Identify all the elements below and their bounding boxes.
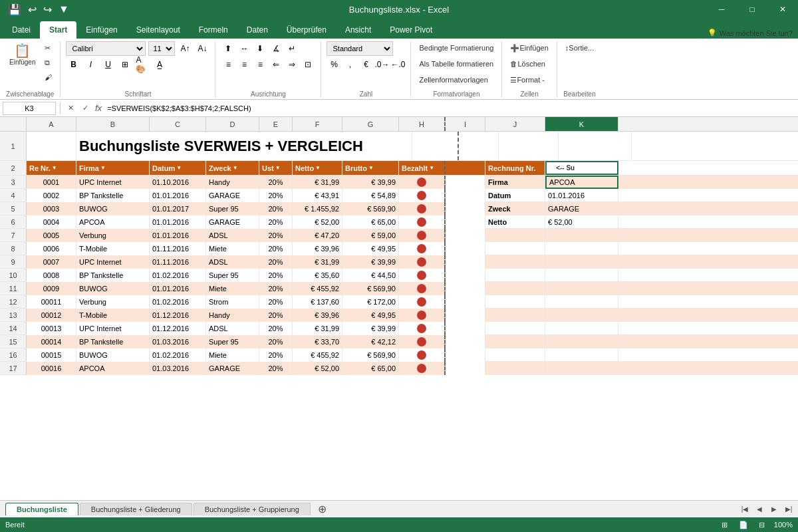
cell-h16[interactable] (399, 348, 446, 362)
currency-button[interactable]: € (358, 57, 373, 72)
cell-c11[interactable]: 01.01.2016 (150, 282, 206, 295)
cell-b17[interactable]: APCOA (76, 362, 150, 375)
cell-a14[interactable]: 00013 (27, 322, 76, 335)
align-center-button[interactable]: ≡ (237, 57, 251, 72)
einfuegen-zellen-button[interactable]: ➕ Einfügen (507, 41, 551, 55)
rp-value-datum[interactable]: 01.01.2016 (545, 189, 618, 202)
align-left-button[interactable]: ≡ (221, 57, 235, 72)
cell-f4[interactable]: € 43,91 (293, 189, 342, 202)
loeschen-button[interactable]: 🗑 Löschen (507, 57, 548, 70)
cell-j2[interactable]: Rechnung Nr. (485, 161, 545, 175)
tab-seitenlayout[interactable]: Seitenlayout (127, 21, 190, 39)
cell-b16[interactable]: BUWOG (76, 348, 150, 362)
cancel-formula-button[interactable]: ✕ (65, 102, 76, 114)
align-right-button[interactable]: ≡ (253, 57, 267, 72)
cell-g4[interactable]: € 54,89 (342, 189, 399, 202)
redo-icon[interactable]: ↪ (41, 2, 55, 17)
cell-d15[interactable]: Super 95 (206, 335, 259, 348)
cell-a6[interactable]: 0004 (27, 215, 76, 229)
cell-b6[interactable]: APCOA (76, 215, 150, 229)
cell-h6[interactable] (399, 215, 446, 229)
filter-arrow-c[interactable]: ▼ (176, 165, 182, 171)
col-header-g[interactable]: G (342, 117, 399, 131)
window-controls[interactable]: ─ □ ✕ (706, 0, 798, 19)
rp-value-netto[interactable]: € 52,00 (545, 215, 618, 229)
tab-nav-last[interactable]: ▶| (782, 503, 795, 516)
cell-e10[interactable]: 20% (259, 269, 293, 282)
cell-f15[interactable]: € 33,70 (293, 335, 342, 348)
cell-b3[interactable]: UPC Internet (76, 176, 150, 189)
cell-b14[interactable]: UPC Internet (76, 322, 150, 335)
col-header-k[interactable]: K (545, 117, 618, 131)
minimize-button[interactable]: ─ (706, 0, 737, 19)
sheet-tab-gliederung[interactable]: Buchungsliste + Gliederung (80, 503, 192, 515)
format-painter-button[interactable]: 🖌 (42, 70, 55, 84)
cell-f13[interactable]: € 39,96 (293, 309, 342, 322)
cell-c14[interactable]: 01.12.2016 (150, 322, 206, 335)
cell-f3[interactable]: € 31,99 (293, 176, 342, 189)
einfuegen-button[interactable]: 📋 Einfügen (5, 41, 39, 68)
cell-b9[interactable]: UPC Internet (76, 255, 150, 269)
cell-d3[interactable]: Handy (206, 176, 259, 189)
cell-c17[interactable]: 01.03.2016 (150, 362, 206, 375)
cell-d5[interactable]: Super 95 (206, 202, 259, 215)
decrease-decimal-button[interactable]: ←.0 (390, 57, 405, 72)
formula-input[interactable] (107, 102, 795, 115)
border-button[interactable]: ⊞ (118, 57, 132, 72)
filter-arrow-b[interactable]: ▼ (100, 165, 106, 171)
cell-b2[interactable]: Firma ▼ (76, 161, 150, 175)
cell-g5[interactable]: € 569,90 (342, 202, 399, 215)
cell-f5[interactable]: € 1.455,92 (293, 202, 342, 215)
cell-g8[interactable]: € 49,95 (342, 242, 399, 255)
tab-ansicht[interactable]: Ansicht (336, 21, 380, 39)
close-button[interactable]: ✕ (767, 0, 798, 19)
cell-d14[interactable]: ADSL (206, 322, 259, 335)
zellenformatvorlagen-button[interactable]: Zellenformatvorlagen (416, 73, 490, 86)
cell-i1[interactable] (459, 132, 499, 160)
col-header-f[interactable]: F (293, 117, 342, 131)
cell-g11[interactable]: € 569,90 (342, 282, 399, 295)
col-header-i[interactable]: I (446, 117, 485, 131)
filter-arrow-h[interactable]: ▼ (429, 165, 434, 171)
tab-ueberprufen[interactable]: Überprüfen (277, 21, 336, 39)
tab-datei[interactable]: Datei (3, 21, 40, 39)
cell-a10[interactable]: 0008 (27, 269, 76, 282)
cell-k1[interactable] (559, 132, 632, 160)
cell-h10[interactable] (399, 269, 446, 282)
cell-h5[interactable] (399, 202, 446, 215)
cell-i2[interactable] (446, 161, 485, 175)
cell-d13[interactable]: Handy (206, 309, 259, 322)
tab-formeln[interactable]: Formeln (190, 21, 237, 39)
increase-decimal-button[interactable]: .0→ (374, 57, 389, 72)
text-angle-button[interactable]: ∡ (269, 41, 283, 56)
cell-a1[interactable] (27, 132, 76, 160)
cell-title[interactable]: Buchungsliste SVERWEIS + VERGLEICH (76, 132, 412, 160)
window-quick-access[interactable]: 💾 ↩ ↪ ▼ (5, 0, 72, 19)
comma-button[interactable]: , (342, 57, 357, 72)
cell-a9[interactable]: 0007 (27, 255, 76, 269)
cell-e4[interactable]: 20% (259, 189, 293, 202)
cell-a4[interactable]: 0002 (27, 189, 76, 202)
cell-d8[interactable]: Miete (206, 242, 259, 255)
col-header-c[interactable]: C (150, 117, 206, 131)
sheet-tab-buchungsliste[interactable]: Buchungsliste (5, 503, 78, 515)
cell-b4[interactable]: BP Tankstelle (76, 189, 150, 202)
undo-icon[interactable]: ↩ (25, 2, 39, 17)
cell-d9[interactable]: ADSL (206, 255, 259, 269)
rp-value-zweck[interactable]: GARAGE (545, 202, 618, 215)
merge-button[interactable]: ⊡ (301, 57, 315, 72)
tab-start[interactable]: Start (40, 21, 76, 39)
cell-f16[interactable]: € 455,92 (293, 348, 342, 362)
cell-f11[interactable]: € 455,92 (293, 282, 342, 295)
indent-inc-button[interactable]: ⇒ (285, 57, 299, 72)
cell-c7[interactable]: 01.01.2016 (150, 229, 206, 242)
align-bottom-button[interactable]: ⬇ (253, 41, 267, 56)
cell-b13[interactable]: T-Mobile (76, 309, 150, 322)
cell-g17[interactable]: € 65,00 (342, 362, 399, 375)
col-header-j[interactable]: J (485, 117, 545, 131)
cell-g13[interactable]: € 49,95 (342, 309, 399, 322)
cell-e17[interactable]: 20% (259, 362, 293, 375)
wrap-text-button[interactable]: ↵ (285, 41, 299, 56)
cell-b8[interactable]: T-Mobile (76, 242, 150, 255)
cell-c5[interactable]: 01.01.2017 (150, 202, 206, 215)
